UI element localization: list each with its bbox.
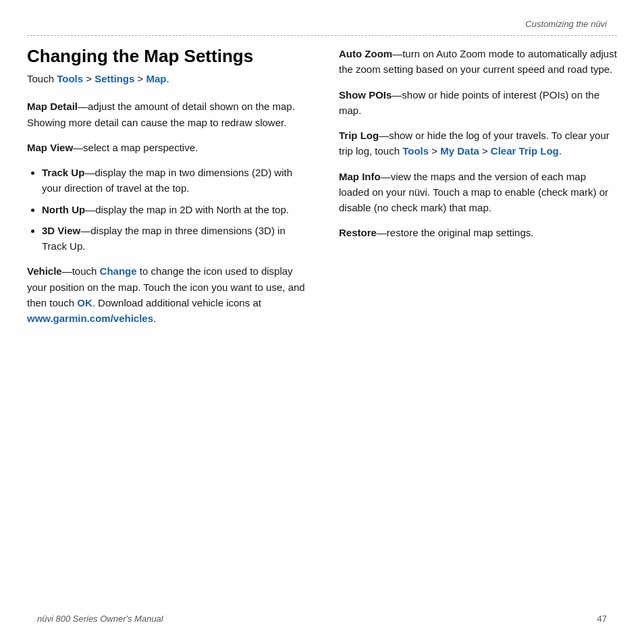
nav-settings-link[interactable]: Settings xyxy=(95,73,134,84)
auto-zoom-para: Auto Zoom—turn on Auto Zoom mode to auto… xyxy=(339,46,617,78)
nav-tools-link[interactable]: Tools xyxy=(57,73,83,84)
vehicle-change-link[interactable]: Change xyxy=(100,265,137,277)
restore-text: —restore the original map settings. xyxy=(377,227,534,238)
bullet-track-up: Track Up—display the map in two dimensio… xyxy=(42,165,305,196)
trip-log-sep2: > xyxy=(479,145,491,157)
main-content: Changing the Map Settings Touch Tools > … xyxy=(27,46,617,603)
trip-log-end: . xyxy=(559,145,562,157)
restore-bold: Restore xyxy=(339,227,377,238)
vehicle-ok-link[interactable]: OK xyxy=(77,297,92,308)
bullet-3d-view: 3D View—display the map in three dimensi… xyxy=(42,223,305,254)
vehicle-url-link[interactable]: www.garmin.com/vehicles xyxy=(27,313,153,324)
show-pois-bold: Show POIs xyxy=(339,89,392,101)
trip-log-mydata-link[interactable]: My Data xyxy=(440,145,479,157)
right-column: Auto Zoom—turn on Auto Zoom mode to auto… xyxy=(332,46,617,603)
bullet2-bold: North Up xyxy=(42,204,85,215)
map-view-para: Map View—select a map perspective. xyxy=(27,140,305,155)
footer-manual-title: nüvi 800 Series Owner's Manual xyxy=(37,614,163,624)
trip-log-clear-link[interactable]: Clear Trip Log xyxy=(491,145,559,157)
map-view-text: —select a map perspective. xyxy=(73,142,198,153)
page: Customizing the nüvi Changing the Map Se… xyxy=(0,0,644,644)
map-info-bold: Map Info xyxy=(339,171,381,182)
nav-sep1: > xyxy=(83,73,95,84)
nav-end: . xyxy=(167,73,169,84)
bullet1-bold: Track Up xyxy=(42,167,84,178)
bullet-list: Track Up—display the map in two dimensio… xyxy=(27,165,305,254)
page-header: Customizing the nüvi xyxy=(525,19,607,29)
vehicle-bold: Vehicle xyxy=(27,265,62,277)
nav-map-link[interactable]: Map xyxy=(146,73,167,84)
map-detail-para: Map Detail—adjust the amount of detail s… xyxy=(27,99,305,130)
header-text: Customizing the nüvi xyxy=(525,19,607,29)
restore-para: Restore—restore the original map setting… xyxy=(339,225,617,240)
trip-log-para: Trip Log—show or hide the log of your tr… xyxy=(339,128,617,159)
nav-instruction: Touch Tools > Settings > Map. xyxy=(27,71,305,86)
left-column: Changing the Map Settings Touch Tools > … xyxy=(27,46,312,603)
vehicle-para: Vehicle—touch Change to change the icon … xyxy=(27,263,305,326)
vehicle-text1: —touch xyxy=(62,265,100,277)
nav-touch-label: Touch xyxy=(27,73,57,84)
map-info-para: Map Info—view the maps and the version o… xyxy=(339,169,617,216)
bullet2-text: —display the map in 2D with North at the… xyxy=(85,204,289,215)
bullet-north-up: North Up—display the map in 2D with Nort… xyxy=(42,202,305,217)
auto-zoom-bold: Auto Zoom xyxy=(339,48,392,59)
trip-log-bold: Trip Log xyxy=(339,130,379,141)
footer-page-number: 47 xyxy=(597,614,607,624)
vehicle-end: . xyxy=(153,313,156,324)
top-border xyxy=(27,35,617,36)
map-detail-bold: Map Detail xyxy=(27,101,78,112)
section-title: Changing the Map Settings xyxy=(27,46,305,67)
bullet3-bold: 3D View xyxy=(42,225,80,236)
page-footer: nüvi 800 Series Owner's Manual 47 xyxy=(0,614,644,624)
nav-sep2: > xyxy=(134,73,146,84)
vehicle-text3: . Download additional vehicle icons at xyxy=(92,297,261,308)
trip-log-sep1: > xyxy=(429,145,440,157)
map-view-bold: Map View xyxy=(27,142,73,153)
trip-log-tools-link[interactable]: Tools xyxy=(402,145,429,157)
show-pois-para: Show POIs—show or hide points of interes… xyxy=(339,87,617,119)
